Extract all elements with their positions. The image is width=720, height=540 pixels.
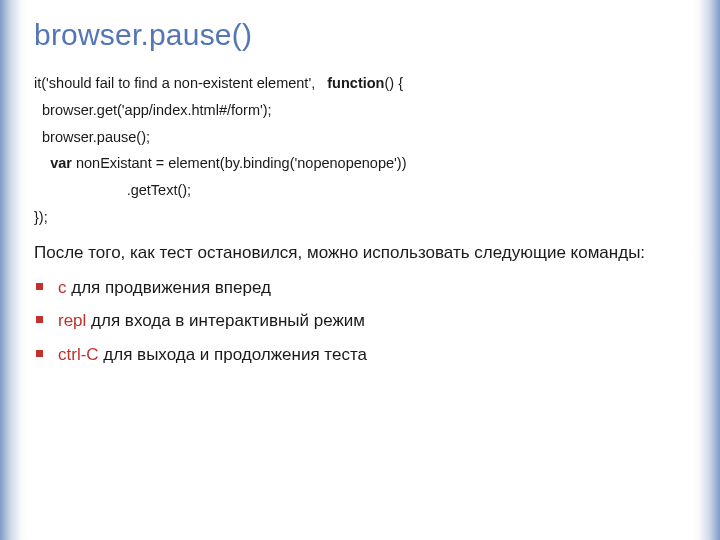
commands-list: c для продвижения вперед repl для входа … (36, 276, 690, 367)
command-desc: для входа в интерактивный режим (86, 311, 365, 330)
description-paragraph: После того, как тест остановился, можно … (34, 241, 690, 266)
code-line-3: browser.pause(); (34, 129, 150, 145)
command-desc: для продвижения вперед (67, 278, 271, 297)
code-line-2: browser.get('app/index.html#/form'); (34, 102, 272, 118)
list-item: ctrl-C для выхода и продолжения теста (36, 343, 690, 367)
code-line-4a (34, 155, 50, 171)
code-line-4c: nonExistant = element(by.binding('nopeno… (72, 155, 407, 171)
code-line-5: .getText(); (34, 182, 191, 198)
command-name: repl (58, 311, 86, 330)
code-block: it('should fail to find a non-existent e… (34, 70, 690, 231)
list-item: repl для входа в интерактивный режим (36, 309, 690, 333)
slide-title: browser.pause() (34, 18, 690, 52)
code-keyword-function: function (327, 75, 384, 91)
slide: browser.pause() it('should fail to find … (0, 0, 720, 397)
code-line-1c: () { (384, 75, 403, 91)
code-keyword-var: var (50, 155, 72, 171)
command-name: c (58, 278, 67, 297)
code-line-6: }); (34, 209, 48, 225)
command-desc: для выхода и продолжения теста (99, 345, 367, 364)
code-line-1a: it('should fail to find a non-existent e… (34, 75, 327, 91)
command-name: ctrl-C (58, 345, 99, 364)
list-item: c для продвижения вперед (36, 276, 690, 300)
